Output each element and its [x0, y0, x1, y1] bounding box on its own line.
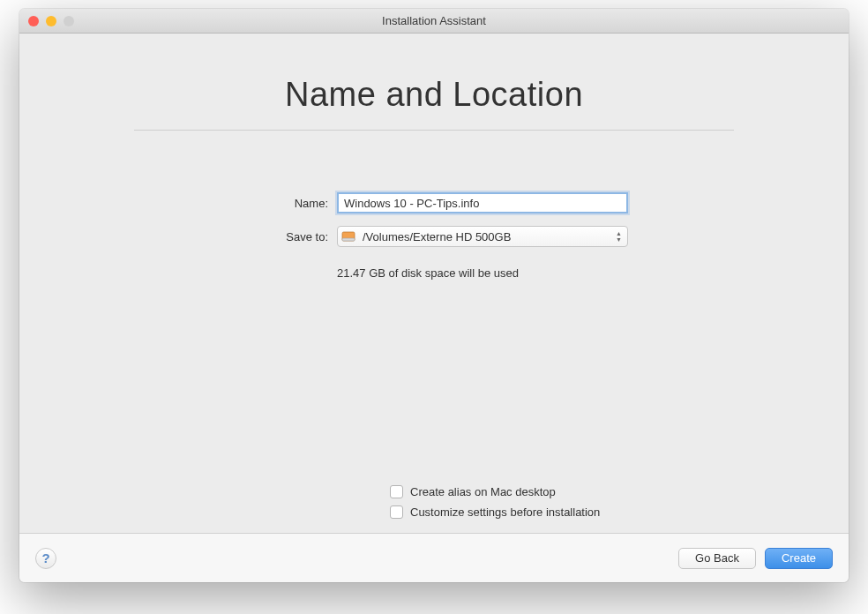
- form: Name: Save to: /Volumes/Externe HD 500GB…: [72, 192, 796, 280]
- saveto-label: Save to:: [240, 230, 328, 243]
- saveto-row: Save to: /Volumes/Externe HD 500GB ▲▼: [240, 226, 628, 247]
- create-button[interactable]: Create: [765, 548, 833, 569]
- installation-window: Installation Assistant Name and Location…: [19, 9, 849, 582]
- footer: ? Go Back Create: [19, 533, 849, 582]
- titlebar: Installation Assistant: [19, 9, 849, 34]
- maximize-window-button[interactable]: [64, 16, 74, 26]
- minimize-window-button[interactable]: [46, 16, 56, 26]
- customize-checkbox[interactable]: [390, 505, 403, 519]
- divider: [134, 130, 734, 131]
- option-alias[interactable]: Create alias on Mac desktop: [390, 485, 556, 498]
- go-back-label: Go Back: [695, 551, 739, 565]
- customize-label: Customize settings before installation: [410, 505, 600, 519]
- name-row: Name:: [240, 192, 628, 213]
- disk-usage-text: 21.47 GB of disk space will be used: [337, 266, 519, 280]
- saveto-value: /Volumes/Externe HD 500GB: [363, 230, 511, 243]
- svg-rect-1: [342, 238, 355, 241]
- name-input[interactable]: [337, 192, 628, 213]
- alias-checkbox[interactable]: [390, 485, 403, 498]
- window-title: Installation Assistant: [28, 14, 840, 27]
- dropdown-arrows-icon: ▲▼: [616, 231, 622, 243]
- page-title: Name and Location: [72, 76, 796, 130]
- alias-label: Create alias on Mac desktop: [410, 485, 556, 498]
- help-button[interactable]: ?: [35, 548, 56, 569]
- option-customize[interactable]: Customize settings before installation: [390, 505, 600, 519]
- name-label: Name:: [240, 197, 328, 210]
- options-section: Create alias on Mac desktop Customize se…: [72, 485, 796, 519]
- saveto-dropdown[interactable]: /Volumes/Externe HD 500GB ▲▼: [337, 226, 628, 247]
- close-window-button[interactable]: [28, 16, 39, 26]
- content-area: Name and Location Name: Save to: /Volume…: [19, 34, 849, 533]
- disk-usage-row: 21.47 GB of disk space will be used: [240, 259, 628, 280]
- external-disk-icon: [341, 229, 355, 243]
- create-label: Create: [782, 551, 816, 565]
- traffic-lights: [28, 16, 74, 26]
- help-icon: ?: [41, 550, 49, 565]
- go-back-button[interactable]: Go Back: [678, 548, 756, 569]
